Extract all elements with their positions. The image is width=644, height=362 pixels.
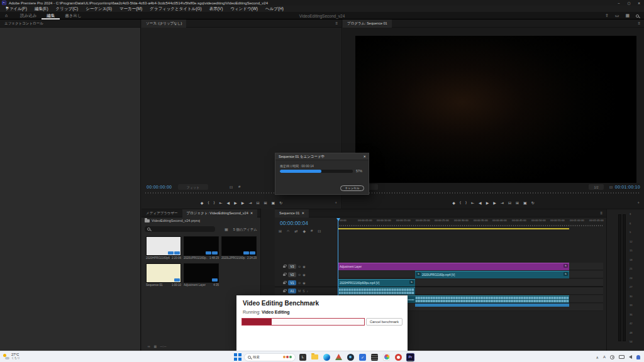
tab-media-browser[interactable]: メディアブラウザー — [142, 209, 182, 217]
project-item[interactable]: 2020UPRO2160p...1:48:29 — [184, 236, 219, 260]
minimize-button[interactable]: – — [614, 0, 624, 6]
taskbar-search-input[interactable]: 検索 — [244, 353, 296, 361]
solo-icon[interactable]: S — [303, 289, 304, 293]
tray-chevron-icon[interactable]: ∧ — [596, 355, 599, 359]
play-icon[interactable]: ▶ — [486, 200, 489, 205]
loop-icon[interactable]: ↻ — [279, 200, 282, 205]
lift-icon[interactable]: ⊟ — [508, 200, 511, 205]
sync-lock-icon[interactable]: ⊙ — [298, 273, 301, 277]
sync-lock-icon[interactable]: ⊙ — [298, 265, 301, 268]
toggle-visibility-icon[interactable]: ◉ — [303, 265, 305, 268]
track-header-v3[interactable]: V3 ⊙ ◉ — [276, 263, 337, 270]
close-icon[interactable]: ✕ — [363, 155, 366, 158]
taskbar-app-1[interactable]: L — [298, 352, 308, 362]
go-to-in-icon[interactable]: ⇤ — [219, 200, 222, 205]
track-header-v2[interactable]: V2 ⊙ ◉ — [276, 271, 337, 278]
cancel-encode-button[interactable]: キャンセル — [340, 185, 364, 191]
tab-sequence[interactable]: Sequence 01 ✕ — [275, 209, 309, 217]
project-item[interactable]: 2020L2PRO2160p...2:24:29 — [221, 236, 257, 260]
panel-menu-icon[interactable]: ≡ — [638, 21, 640, 25]
step-back-icon[interactable]: ◀ — [479, 200, 482, 205]
ime-indicator[interactable]: A — [603, 355, 606, 359]
maximize-button[interactable]: ▢ — [624, 0, 634, 6]
taskbar-app-2[interactable] — [334, 352, 343, 362]
program-mini-timeline[interactable] — [347, 192, 640, 194]
tab-source-monitor[interactable]: ソース: (クリップなし) — [142, 19, 186, 28]
close-button[interactable]: ✕ — [634, 0, 644, 6]
track-badge[interactable]: A1 — [288, 288, 296, 293]
track-badge[interactable]: V3 — [288, 264, 296, 269]
clip-thumbnail[interactable] — [221, 236, 257, 256]
taskbar-app-4[interactable]: ✓ — [358, 352, 367, 362]
project-item[interactable]: Adjustment Layer4:35 — [184, 263, 219, 287]
tab-program-monitor[interactable]: プログラム: Sequence 01 — [343, 19, 392, 28]
add-marker-icon[interactable]: ◆ — [452, 200, 455, 205]
icon-view-icon[interactable]: ▦ — [153, 344, 157, 348]
list-view-icon[interactable]: ≔ — [147, 344, 150, 348]
mark-out-icon[interactable]: } — [465, 200, 467, 204]
source-settings-icon[interactable]: ⊡ — [230, 185, 233, 189]
view-toggle-icon[interactable]: ▦ — [225, 227, 228, 231]
dialog-title-bar[interactable]: Sequence 01 をエンコード中 ✕ — [275, 153, 369, 160]
menu-graphics[interactable]: グラフィックとタイトル(G) — [146, 6, 206, 12]
menu-window[interactable]: ウィンドウ(W) — [226, 6, 262, 12]
menu-view[interactable]: 表示(V) — [206, 6, 227, 12]
play-icon[interactable]: ▶ — [234, 200, 237, 205]
taskbar-app-5[interactable] — [370, 352, 379, 362]
project-item[interactable]: 2020HPRO2160p6...2:20:06 — [146, 236, 181, 260]
nest-icon[interactable]: ⊞ — [279, 229, 282, 233]
source-timecode[interactable]: 00:00:00:00 — [147, 185, 172, 189]
extract-icon[interactable]: ⊞ — [516, 200, 519, 205]
step-forward-icon[interactable]: ▶ — [242, 200, 245, 205]
menu-help[interactable]: ヘルプ(H) — [262, 6, 287, 12]
track-header-v1[interactable]: V1 ⊙ ◉ — [276, 279, 337, 287]
close-tab-icon[interactable]: ✕ — [301, 211, 304, 215]
a1-audio-clip[interactable] — [338, 287, 415, 295]
menu-sequence[interactable]: シーケンス(S) — [82, 6, 116, 12]
project-file-row[interactable]: VideoEditingSecond_v24.prproj — [145, 219, 200, 222]
go-to-in-icon[interactable]: ⇤ — [471, 200, 474, 205]
mute-icon[interactable]: M — [298, 289, 301, 293]
track-header-a1[interactable]: A1 M S ♪ — [276, 287, 337, 295]
v2-video-clip[interactable]: fx 2020UPRO2160p.mp4 [V] fx — [415, 271, 569, 278]
sync-lock-icon[interactable]: ⊙ — [298, 281, 301, 285]
menu-marker[interactable]: マーカー(M) — [116, 6, 146, 12]
step-back-icon[interactable]: ◀ — [227, 200, 230, 205]
snap-icon[interactable]: ∩ — [287, 229, 289, 233]
workspaces-icon[interactable]: ▦ — [625, 13, 630, 18]
add-marker-icon[interactable]: ◆ — [201, 200, 204, 205]
display-icon[interactable] — [619, 355, 625, 359]
linked-selection-icon[interactable]: ⇄ — [294, 229, 297, 233]
zoom-slider[interactable]: ─○─ — [160, 344, 167, 348]
weather-widget[interactable]: 27°C くもり — [3, 353, 20, 360]
toggle-visibility-icon[interactable]: ◉ — [303, 281, 305, 285]
v1-video-clip[interactable]: 2020HPRO2160p60fps.mp4 [V] fx — [338, 279, 415, 287]
a3-audio-clip[interactable] — [415, 304, 569, 307]
project-search-input[interactable] — [145, 226, 215, 232]
track-badge[interactable]: V1 — [288, 280, 296, 285]
quick-export-icon[interactable]: ⇧ — [605, 13, 609, 18]
lock-icon[interactable] — [283, 282, 286, 284]
close-tab-icon[interactable]: ✕ — [250, 211, 253, 215]
photos-app-icon[interactable] — [382, 352, 391, 362]
start-button[interactable] — [234, 353, 242, 361]
taskbar-app-6[interactable] — [394, 352, 403, 362]
source-output-icon[interactable]: # — [238, 185, 240, 189]
file-explorer-icon[interactable] — [310, 352, 319, 362]
cancel-benchmark-button[interactable]: Cancel benchmark — [366, 318, 402, 326]
taskbar-app-3[interactable] — [346, 352, 355, 362]
overwrite-icon[interactable]: ⊞ — [264, 200, 267, 205]
go-to-out-icon[interactable]: ⇥ — [248, 200, 252, 205]
program-settings-icon[interactable]: ⊡ — [609, 185, 613, 189]
adjustment-layer-thumbnail[interactable] — [184, 263, 219, 283]
export-frame-icon[interactable]: ▣ — [271, 200, 275, 205]
lock-icon[interactable] — [283, 274, 286, 276]
tab-project[interactable]: プロジェクト: VideoEditingSecond_v24 ✕ — [182, 209, 258, 217]
button-editor-plus-icon[interactable]: ＋ — [334, 200, 338, 206]
source-fit-dropdown[interactable]: フィット — [178, 184, 208, 190]
caption-icon[interactable]: ⊡ — [318, 229, 321, 233]
mark-in-icon[interactable]: { — [460, 200, 461, 204]
step-forward-icon[interactable]: ▶ — [493, 200, 496, 205]
volume-icon[interactable] — [629, 355, 632, 359]
lock-icon[interactable] — [283, 290, 286, 292]
